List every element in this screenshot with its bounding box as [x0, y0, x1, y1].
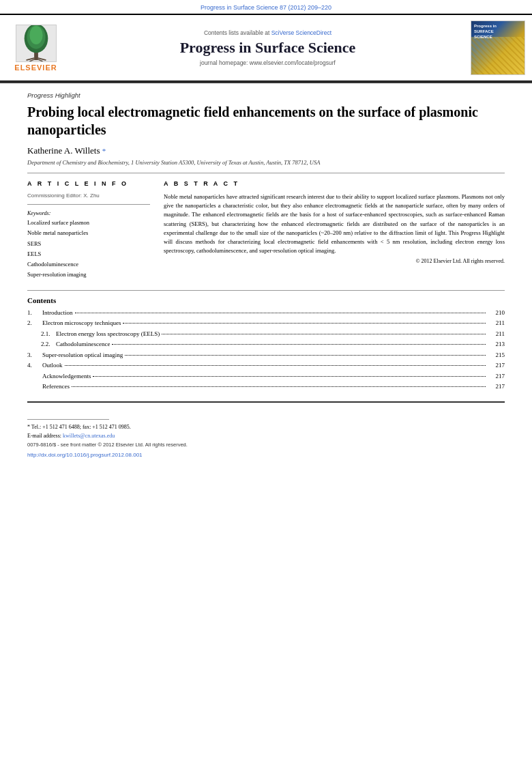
toc-page-4: 217: [488, 361, 505, 371]
toc-num-2-2: 2.2.: [41, 340, 53, 349]
footnote-email: E-mail address: kwillets@cn.utexas.edu: [27, 432, 505, 441]
toc-item-ack-left: Acknowledgements: [27, 372, 488, 382]
toc-page-2: 211: [488, 319, 505, 328]
contents-section: Contents 1. Introduction 210 2. Electr: [27, 290, 505, 392]
cover-pattern: [471, 37, 524, 74]
journal-homepage-text: journal homepage: www.elsevier.com/locat…: [72, 59, 464, 66]
journal-center: Contents lists available at SciVerse Sci…: [72, 29, 464, 66]
svg-point-3: [29, 25, 42, 44]
toc-item-2-1-left: 2.1. Electron energy loss spectroscopy (…: [41, 330, 488, 339]
sciverse-link[interactable]: SciVerse ScienceDirect: [271, 29, 331, 36]
toc-item-2-1: 2.1. Electron energy loss spectroscopy (…: [27, 330, 505, 339]
toc-item-2-2-left: 2.2. Cathodoluminescence: [41, 340, 488, 349]
author-asterisk: *: [102, 147, 106, 155]
toc-item-2-left: 2. Electron microscopy techniques: [27, 319, 488, 328]
cover-title-line2: SURFACE: [474, 29, 497, 35]
keyword-2: Noble metal nanoparticles: [27, 228, 150, 238]
header-divider: [27, 173, 505, 173]
toc-dots-ref: [72, 386, 486, 387]
toc-item-4: 4. Outlook 217: [27, 361, 505, 371]
email-address[interactable]: kwillets@cn.utexas.edu: [63, 433, 115, 439]
contents-title: Contents: [27, 296, 505, 304]
toc-item-1: 1. Introduction 210: [27, 309, 505, 318]
toc-dots-3: [125, 355, 486, 356]
toc-num-1: 1.: [27, 309, 40, 318]
author-affiliation: Department of Chemistry and Biochemistry…: [27, 159, 505, 166]
cover-title: Progress in SURFACE SCIENCE: [474, 24, 497, 40]
toc-page-ref: 217: [488, 382, 505, 392]
abstract-column: A B S T R A C T Noble metal nanoparticle…: [164, 180, 505, 281]
toc-page-ack: 217: [488, 372, 505, 382]
main-content: Progress Highlight Probing local electro…: [0, 81, 532, 415]
abstract-heading: A B S T R A C T: [164, 180, 505, 187]
elsevier-tree-image: [16, 25, 57, 62]
issn-text: 0079-6816/$ - see front matter © 2012 El…: [27, 442, 505, 448]
toc-num-4: 4.: [27, 361, 40, 371]
doi-url[interactable]: http://dx.doi.org/10.1016/j.progsurf.201…: [27, 452, 143, 458]
toc-dots-ack: [93, 376, 486, 377]
toc-item-ref-left: References: [27, 382, 488, 392]
toc-item-ack: Acknowledgements 217: [27, 372, 505, 382]
keyword-5: Cathodoluminescence: [27, 259, 150, 270]
article-info-column: A R T I C L E I N F O Commissioning Edit…: [27, 180, 150, 281]
article-info-heading: A R T I C L E I N F O: [27, 180, 150, 187]
cover-title-line3: SCIENCE: [474, 35, 497, 40]
toc-page-1: 210: [488, 309, 505, 318]
author-name-text: Katherine A. Willets: [27, 145, 100, 156]
toc-dots-2: [123, 323, 486, 324]
toc-num-ack: [27, 372, 40, 382]
toc-item-2-2: 2.2. Cathodoluminescence 213: [27, 340, 505, 349]
commissioning-editor: Commissioning Editor: X. Zhu: [27, 192, 150, 199]
two-column-section: A R T I C L E I N F O Commissioning Edit…: [27, 180, 505, 281]
toc-num-2: 2.: [27, 319, 40, 328]
keyword-4: EELS: [27, 249, 150, 259]
toc-page-3: 215: [488, 351, 505, 360]
email-label-text: E-mail address:: [27, 433, 61, 439]
journal-header: ELSEVIER Contents lists available at Sci…: [0, 14, 532, 81]
toc-dots-2-2: [112, 344, 486, 345]
page: Progress in Surface Science 87 (2012) 20…: [0, 0, 532, 774]
elsevier-brand-text: ELSEVIER: [14, 63, 57, 72]
toc-item-2: 2. Electron microscopy techniques 211: [27, 319, 505, 328]
keyword-3: SERS: [27, 239, 150, 249]
doi-link: http://dx.doi.org/10.1016/j.progsurf.201…: [27, 452, 505, 458]
journal-cover-image: Progress in SURFACE SCIENCE: [471, 20, 525, 75]
toc-item-3-left: 3. Super-resolution optical imaging: [27, 351, 488, 360]
journal-ref-text: Progress in Surface Science 87 (2012) 20…: [201, 4, 331, 11]
toc-dots-1: [75, 313, 486, 313]
toc-title-2-1: Electron energy loss spectroscopy (EELS): [56, 330, 488, 339]
toc-title-4: Outlook: [42, 361, 488, 371]
journal-main-title: Progress in Surface Science: [72, 39, 464, 57]
toc-title-ref: References: [42, 382, 488, 392]
keywords-list: Localized surface plasmon Noble metal na…: [27, 218, 150, 281]
abstract-text: Noble metal nanoparticles have attracted…: [164, 192, 505, 255]
toc-item-4-left: 4. Outlook: [27, 361, 488, 371]
cover-title-line1: Progress in: [474, 24, 497, 29]
article-title: Probing local electromagnetic field enha…: [27, 103, 505, 139]
footer-section: * Tel.: +1 512 471 6488; fax: +1 512 471…: [0, 415, 532, 463]
toc-page-2-2: 213: [488, 340, 505, 349]
keywords-heading: Keywords:: [27, 210, 150, 216]
section-type-label: Progress Highlight: [27, 91, 505, 99]
keyword-1: Localized surface plasmon: [27, 218, 150, 228]
toc-dots-4: [65, 365, 486, 366]
footnote-contact: * Tel.: +1 512 471 6488; fax: +1 512 471…: [27, 423, 505, 441]
toc-title-ack: Acknowledgements: [42, 372, 488, 382]
toc-page-2-1: 211: [488, 330, 505, 339]
toc-title-2: Electron microscopy techniques: [42, 319, 488, 328]
footnote-divider: [27, 419, 109, 420]
footnote-tel: * Tel.: +1 512 471 6488; fax: +1 512 471…: [27, 423, 505, 432]
sciverse-line: Contents lists available at SciVerse Sci…: [72, 29, 464, 36]
toc-title-2-2: Cathodoluminescence: [56, 340, 488, 349]
elsevier-logo: ELSEVIER: [7, 25, 65, 72]
bottom-divider: [27, 401, 505, 403]
toc-item-3: 3. Super-resolution optical imaging 215: [27, 351, 505, 360]
toc-dots-2-1: [162, 334, 486, 334]
toc-title-3: Super-resolution optical imaging: [42, 351, 488, 360]
toc-num-3: 3.: [27, 351, 40, 360]
toc-num-2-1: 2.1.: [41, 330, 53, 339]
author-name: Katherine A. Willets *: [27, 145, 505, 156]
copyright-text: © 2012 Elsevier Ltd. All rights reserved…: [164, 258, 505, 264]
toc-title-1: Introduction: [42, 309, 488, 318]
journal-ref-bar: Progress in Surface Science 87 (2012) 20…: [0, 0, 532, 14]
